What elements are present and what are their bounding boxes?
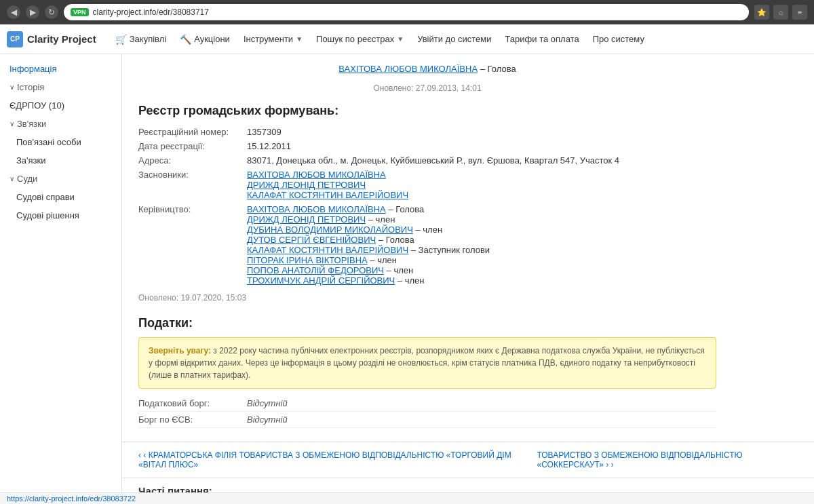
nav-menu: 🛒 Закупівлі 🔨 Аукціони Інструменти ▼ Пош… bbox=[110, 31, 807, 47]
content-inner: ВАХІТОВА ЛЮБОВ МИКОЛАЇВНА – Голова Оновл… bbox=[122, 54, 733, 442]
chevron-icon-zvyazky: ∨ bbox=[9, 120, 14, 128]
sidebar-item-sudovi-rishennya[interactable]: Судові рішення bbox=[0, 206, 121, 225]
nav-footer: ‹ КРАМАТОРСЬКА ФІЛІЯ ТОВАРИСТВА З ОБМЕЖЕ… bbox=[122, 442, 814, 478]
sidebar-zvyazky2-label: За'язки bbox=[16, 155, 46, 166]
nav-poshuk[interactable]: Пошук по реєстрах ▼ bbox=[311, 31, 409, 47]
menu-icon[interactable]: ≡ bbox=[792, 5, 807, 20]
cart-icon: 🛒 bbox=[115, 34, 127, 45]
nav-uviyty-label: Увійти до системи bbox=[417, 34, 491, 44]
tax-debt-label: Податковий борг: bbox=[138, 398, 247, 408]
nav-zakupivli[interactable]: 🛒 Закупівлі bbox=[110, 31, 172, 47]
nav-auktsionu[interactable]: 🔨 Аукціони bbox=[174, 31, 235, 47]
top-updated-text: Оновлено: 27.09.2013, 14:01 bbox=[138, 83, 716, 93]
sidebar-item-informatsiya[interactable]: Інформація bbox=[0, 60, 121, 78]
table-row: Адреса: 83071, Донецька обл., м. Донецьк… bbox=[138, 153, 716, 168]
mgmt-link-4[interactable]: КАЛАФАТ КОСТЯНТИН ВАЛЕРІЙОВИЧ bbox=[247, 245, 408, 255]
founder-link-0[interactable]: ВАХІТОВА ЛЮБОВ МИКОЛАЇВНА bbox=[247, 170, 386, 180]
mgmt-link-6[interactable]: ПОПОВ АНАТОЛІЙ ФЕДОРОВИЧ bbox=[247, 265, 384, 275]
sidebar-informatsiya-label: Інформація bbox=[9, 64, 57, 74]
address-value: 83071, Донецька обл., м. Донецьк, Куйбиш… bbox=[247, 153, 716, 168]
sidebar-edrpou-label: ЄДРПОУ (10) bbox=[9, 100, 64, 111]
mgmt-link-2[interactable]: ДУБИНА ВОЛОДИМИР МИКОЛАЙОВИЧ bbox=[247, 225, 413, 235]
sidebar-item-zvyazky[interactable]: ∨ Зв'язки bbox=[0, 115, 121, 133]
sidebar-item-povyazani-osoby[interactable]: Пов'язані особи bbox=[0, 133, 121, 151]
sidebar-item-sudovi-spravy[interactable]: Судові справи bbox=[0, 188, 121, 206]
nav-instrumenty-label: Інструменти bbox=[244, 34, 293, 44]
nav-poshuk-label: Пошук по реєстрах bbox=[316, 34, 394, 44]
chevron-down-icon: ▼ bbox=[296, 35, 303, 43]
nav-taryfy-label: Тарифи та оплата bbox=[505, 34, 579, 44]
nav-next-link[interactable]: ТОВАРИСТВО З ОБМЕЖЕНОЮ ВІДПОВІДАЛЬНІСТЮ … bbox=[537, 450, 798, 469]
top-partial-row: ВАХІТОВА ЛЮБОВ МИКОЛАЇВНА – Голова bbox=[138, 61, 716, 79]
nav-uviyty[interactable]: Увійти до системи bbox=[412, 31, 497, 47]
nav-auktsionu-label: Аукціони bbox=[194, 34, 230, 44]
url-text: clarity-project.info/edr/38083717 bbox=[93, 7, 209, 17]
reg-number-label: Реєстраційний номер: bbox=[138, 125, 247, 139]
founder-link-2[interactable]: КАЛАФАТ КОСТЯНТИН ВАЛЕРІЙОВИЧ bbox=[247, 190, 408, 200]
sidebar-istoriya-label: Історія bbox=[17, 82, 44, 92]
warning-box: Зверніть увагу: з 2022 року частина публ… bbox=[138, 337, 716, 389]
logo-area[interactable]: CP Clarity Project bbox=[7, 31, 96, 47]
top-nav: CP Clarity Project 🛒 Закупівлі 🔨 Аукціон… bbox=[0, 24, 814, 54]
mgmt-role-2: – член bbox=[415, 225, 442, 235]
mgmt-link-5[interactable]: ПІТОРАК ІРИНА ВІКТОРІВНА bbox=[247, 255, 368, 265]
tax-debt-value: Відсутній bbox=[247, 398, 288, 408]
browser-actions: ⭐ ⌂ ≡ bbox=[754, 5, 807, 20]
nav-instrumenty[interactable]: Інструменти ▼ bbox=[238, 31, 308, 47]
content-area: ВАХІТОВА ЛЮБОВ МИКОЛАЇВНА – Голова Оновл… bbox=[122, 54, 814, 504]
top-person-role: – Голова bbox=[480, 64, 516, 74]
tax-row-esv: Борг по ЄСВ: Відсутній bbox=[138, 412, 716, 428]
mgmt-role-7: – член bbox=[398, 275, 425, 286]
reg-date-label: Дата реєстрації: bbox=[138, 139, 247, 153]
tax-row-debt: Податковий борг: Відсутній bbox=[138, 395, 716, 412]
nav-taryfy[interactable]: Тарифи та оплата bbox=[499, 31, 584, 47]
warning-label: Зверніть увагу: bbox=[149, 346, 211, 355]
logo-text: Clarity Project bbox=[27, 33, 96, 45]
reg-number-value: 1357309 bbox=[247, 125, 716, 139]
sidebar-item-istoriya[interactable]: ∨ Історія bbox=[0, 78, 121, 96]
table-row: Керівництво: ВАХІТОВА ЛЮБОВ МИКОЛАЇВНА –… bbox=[138, 202, 716, 288]
nav-zakupivli-label: Закупівлі bbox=[130, 34, 166, 44]
back-button[interactable]: ◀ bbox=[7, 5, 20, 19]
mgmt-link-7[interactable]: ТРОХИМЧУК АНДРІЙ СЕРГІЙОВИЧ bbox=[247, 275, 395, 286]
management-list: ВАХІТОВА ЛЮБОВ МИКОЛАЇВНА – Голова ДРИЖД… bbox=[247, 202, 716, 288]
forward-button[interactable]: ▶ bbox=[26, 5, 39, 19]
home-icon[interactable]: ⌂ bbox=[773, 5, 788, 20]
mgmt-link-1[interactable]: ДРИЖД ЛЕОНІД ПЕТРОВИЧ bbox=[247, 214, 366, 225]
nav-pro-systemu-label: Про систему bbox=[593, 34, 644, 44]
sidebar-item-edrpou[interactable]: ЄДРПОУ (10) bbox=[0, 96, 121, 115]
registries-info-table: Реєстраційний номер: 1357309 Дата реєстр… bbox=[138, 125, 716, 288]
main-layout: Інформація ∨ Історія ЄДРПОУ (10) ∨ Зв'яз… bbox=[0, 54, 814, 504]
url-bar[interactable]: VPN clarity-project.info/edr/38083717 bbox=[64, 4, 749, 20]
mgmt-link-3[interactable]: ДУТОВ СЕРГІЙ ЄВГЕНІЙОВИЧ bbox=[247, 235, 376, 245]
address-label: Адреса: bbox=[138, 153, 247, 168]
top-person-link[interactable]: ВАХІТОВА ЛЮБОВ МИКОЛАЇВНА bbox=[338, 64, 478, 74]
mgmt-link-0[interactable]: ВАХІТОВА ЛЮБОВ МИКОЛАЇВНА bbox=[247, 204, 386, 214]
sidebar-povyazani-label: Пов'язані особи bbox=[16, 137, 81, 147]
sidebar-item-zvyazky2[interactable]: За'язки bbox=[0, 151, 121, 170]
founders-list: ВАХІТОВА ЛЮБОВ МИКОЛАЇВНА ДРИЖД ЛЕОНІД П… bbox=[247, 168, 716, 202]
bookmark-icon[interactable]: ⭐ bbox=[754, 5, 769, 20]
warning-text: з 2022 року частина публічних електронни… bbox=[149, 346, 705, 380]
tax-esv-label: Борг по ЄСВ: bbox=[138, 414, 247, 425]
table-row: Реєстраційний номер: 1357309 bbox=[138, 125, 716, 139]
tax-esv-value: Відсутній bbox=[247, 414, 288, 425]
sidebar-item-sudy[interactable]: ∨ Суди bbox=[0, 170, 121, 188]
nav-pro-systemu[interactable]: Про систему bbox=[587, 31, 650, 47]
chevron-icon-istoriya: ∨ bbox=[9, 83, 14, 91]
hammer-icon: 🔨 bbox=[180, 34, 191, 45]
nav-prev-link[interactable]: ‹ КРАМАТОРСЬКА ФІЛІЯ ТОВАРИСТВА З ОБМЕЖЕ… bbox=[138, 450, 537, 469]
refresh-button[interactable]: ↻ bbox=[45, 5, 58, 19]
vpn-badge: VPN bbox=[71, 8, 89, 16]
chevron-icon-sudy: ∨ bbox=[9, 175, 14, 182]
founder-link-1[interactable]: ДРИЖД ЛЕОНІД ПЕТРОВИЧ bbox=[247, 180, 366, 190]
mgmt-role-3: – Голова bbox=[379, 235, 414, 245]
logo-icon: CP bbox=[7, 31, 23, 47]
sidebar-sudovi-spravy-label: Судові справи bbox=[16, 192, 75, 202]
mgmt-role-1: – член bbox=[368, 214, 395, 225]
browser-chrome: ◀ ▶ ↻ VPN clarity-project.info/edr/38083… bbox=[0, 0, 814, 24]
mgmt-role-0: – Голова bbox=[388, 204, 424, 214]
sidebar-zvyazky-label: Зв'язки bbox=[17, 119, 46, 129]
mgmt-role-5: – член bbox=[370, 255, 397, 265]
status-bar: https://clarity-project.info/edr/3808372… bbox=[0, 492, 814, 504]
